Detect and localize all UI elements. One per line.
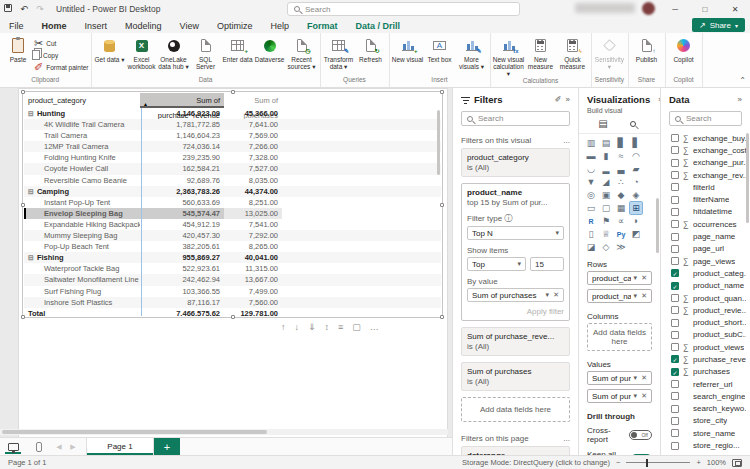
zoom-in-button[interactable]: + (696, 458, 700, 467)
field-occurrences[interactable]: ∑occurrences (661, 218, 750, 230)
new-visual-calculation-button[interactable]: fxNew visual calculation ▾ (493, 36, 525, 77)
filters-search-input[interactable]: Search (461, 111, 570, 126)
column-header-product-category[interactable]: product_category (24, 93, 140, 108)
matrix-icon[interactable]: ⊞ (630, 202, 642, 214)
onelake-data-hub-button[interactable]: OneLake data hub ▾ (158, 36, 190, 70)
resize-handle[interactable] (21, 315, 25, 319)
minimize-button[interactable]: ─ (660, 0, 690, 18)
filters-applied-icon[interactable]: ≡ (338, 322, 343, 332)
unchecked-checkbox[interactable] (671, 233, 679, 241)
global-search-input[interactable]: Search (287, 2, 520, 16)
text-box-button[interactable]: AText box (424, 36, 456, 63)
key-influencers-icon[interactable]: ∝ (615, 215, 627, 227)
previous-page-icon[interactable]: ◀ (52, 438, 66, 455)
field-exchange-buy[interactable]: ∑exchange_buy... (661, 132, 750, 144)
table-row-instant-pop-up-tent[interactable]: Instant Pop-Up Tent560,633.698,251.00 (24, 197, 441, 208)
menu-modeling[interactable]: Modeling (116, 19, 171, 33)
resize-handle[interactable] (231, 90, 235, 94)
kpi-icon[interactable]: ⚑ (600, 215, 612, 227)
mobile-view-icon[interactable] (26, 438, 52, 455)
zoom-slider[interactable] (626, 462, 690, 463)
treemap-icon[interactable]: ▣ (600, 189, 612, 201)
visual-scrollbar[interactable] (437, 110, 440, 175)
unchecked-checkbox[interactable] (671, 220, 679, 228)
unchecked-checkbox[interactable] (671, 245, 679, 253)
field-store-regio[interactable]: store_regio... (661, 439, 750, 451)
field-page-views[interactable]: ∑page_views (661, 255, 750, 267)
collapse-pane-icon[interactable]: » (738, 95, 742, 104)
100-stacked-bar-chart-icon[interactable]: ▬ (585, 150, 597, 162)
page-tab[interactable]: Page 1 (86, 438, 154, 455)
more-options-icon[interactable]: ... (563, 136, 570, 145)
unchecked-checkbox[interactable] (671, 146, 679, 154)
checked-checkbox[interactable]: ✓ (671, 269, 679, 277)
resize-handle[interactable] (440, 315, 444, 319)
save-icon[interactable] (0, 4, 16, 14)
quick-measure-button[interactable]: ϟQuick measure (557, 36, 589, 70)
drill-down-icon[interactable]: ↓ (295, 322, 300, 332)
by-value-select[interactable]: Sum of purchases▾✕ (467, 288, 564, 302)
unchecked-checkbox[interactable] (671, 171, 679, 179)
unchecked-checkbox[interactable] (671, 392, 679, 400)
checked-checkbox[interactable]: ✓ (671, 282, 679, 290)
resize-handle[interactable] (440, 90, 444, 94)
unchecked-checkbox[interactable] (671, 306, 679, 314)
field-exchange-pur[interactable]: ∑exchange_pur... (661, 157, 750, 169)
pane-options-icon[interactable]: ✐ (555, 95, 562, 104)
field-product-subc[interactable]: product_subC... (661, 329, 750, 341)
menu-view[interactable]: View (171, 19, 208, 33)
stacked-area-chart-icon[interactable]: ◡ (585, 163, 597, 175)
column-header-purchases[interactable]: Sum of purchases (224, 93, 282, 108)
field-search-engine[interactable]: search_engine (661, 390, 750, 402)
table-row-coyote-howler-call[interactable]: Coyote Howler Call162,584.217,527.00 (24, 163, 441, 174)
table-row-waterproof-tackle-bag[interactable]: Waterproof Tackle Bag522,923.6111,315.00 (24, 263, 441, 274)
field-store-city[interactable]: store_city (661, 415, 750, 427)
ribbon-chart-icon[interactable]: ▰ (630, 163, 642, 175)
unchecked-checkbox[interactable] (671, 134, 679, 142)
transform-data-button[interactable]: ✎Transform data ▾ (323, 36, 355, 70)
area-chart-icon[interactable]: ◠ (630, 150, 642, 162)
stacked-bar-chart-icon[interactable]: ▥ (585, 137, 597, 149)
field-product-views[interactable]: ∑product_views (661, 341, 750, 353)
filter-card-sum-of-purchase-reve[interactable]: Sum of purchase_reve...is (All) (461, 327, 570, 356)
apply-filter-button[interactable]: Apply filter (467, 307, 564, 316)
filter-card-product-category[interactable]: product_categoryis (All) (461, 148, 570, 177)
build-visual-tab-icon[interactable]: ▤ (598, 118, 607, 129)
unchecked-checkbox[interactable] (671, 208, 679, 216)
zoom-out-button[interactable]: − (616, 458, 620, 467)
refresh-button[interactable]: ↻Refresh (355, 36, 387, 63)
table-row-camping[interactable]: ⊟Camping2,363,783.2644,374.00 (24, 186, 441, 197)
unchecked-checkbox[interactable] (671, 380, 679, 388)
field-product-name[interactable]: ✓product_name (661, 280, 750, 292)
table-row-fishing[interactable]: ⊟Fishing955,869.2740,041.00 (24, 252, 441, 263)
new-visual-button[interactable]: +New visual (392, 36, 424, 63)
format-painter-button[interactable]: ✐Format painter (34, 62, 89, 72)
unchecked-checkbox[interactable] (671, 405, 679, 413)
next-page-icon[interactable]: ▶ (66, 438, 80, 455)
format-visual-tab-icon[interactable] (630, 118, 641, 129)
field-purchases[interactable]: ✓∑purchases (661, 366, 750, 378)
line-chart-icon[interactable]: ≈ (615, 150, 627, 162)
desktop-view-icon[interactable] (0, 438, 26, 455)
drill-up-icon[interactable]: ↑ (281, 322, 286, 332)
new-measure-button[interactable]: New measure (525, 36, 557, 70)
filter-card-daterange[interactable]: daterange1/1/2023 - 12/31/2023 (461, 446, 570, 455)
field-product-quan[interactable]: ∑product_quan... (661, 292, 750, 304)
waterfall-chart-icon[interactable]: ▼ (585, 176, 597, 188)
more-visuals-button[interactable]: ✎More visuals ▾ (456, 36, 488, 70)
unchecked-checkbox[interactable] (671, 343, 679, 351)
excel-workbook-button[interactable]: XExcel workbook (126, 36, 158, 70)
paginated-report-icon[interactable]: ▯ (585, 228, 597, 240)
100-stacked-column-chart-icon[interactable]: ▮ (600, 150, 612, 162)
filled-map-icon[interactable]: ◈ (630, 189, 642, 201)
collapse-icon[interactable]: ⊟ (28, 186, 34, 197)
field-referrer-url[interactable]: referrer_url (661, 378, 750, 390)
table-row-inshore-soft-plastics[interactable]: Inshore Soft Plastics87,116.177,560.00 (24, 297, 441, 308)
slicer-icon[interactable]: ▢ (600, 202, 612, 214)
card-icon[interactable]: ▭ (585, 202, 597, 214)
rows-field-product-name[interactable]: product_name▾✕ (587, 289, 652, 303)
field-product-short[interactable]: product_short... (661, 316, 750, 328)
unchecked-checkbox[interactable] (671, 442, 679, 450)
resize-handle[interactable] (440, 203, 444, 207)
sensitivity-button[interactable]: Sensitivity ▾ (594, 36, 626, 70)
